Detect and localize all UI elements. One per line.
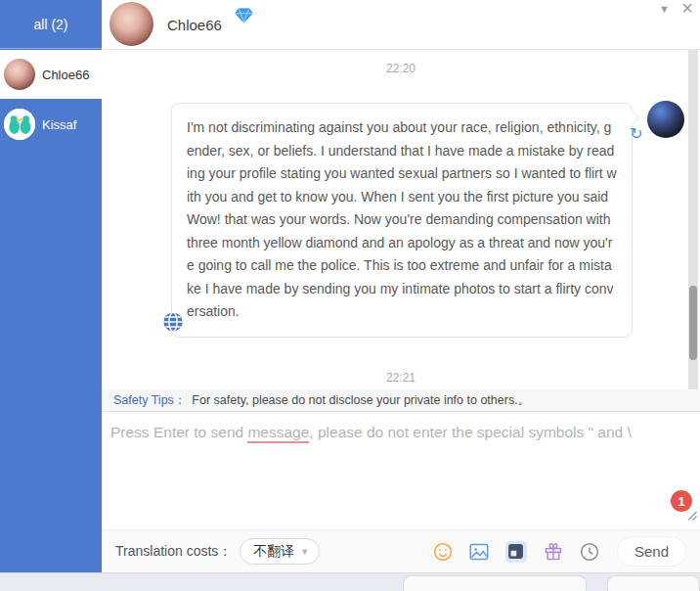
chevron-down-icon: ▼ <box>300 547 309 557</box>
placeholder-part: , please do not enter the special symbol… <box>309 424 631 440</box>
translate-globe-icon[interactable] <box>162 311 184 333</box>
timestamp: 22:20 <box>102 62 700 75</box>
composer-toolbar: Translation costs： 不翻译 ▼ <box>102 529 700 572</box>
contact-avatar[interactable] <box>109 2 153 46</box>
screenshot-icon[interactable] <box>505 541 527 563</box>
bubble-tail <box>625 111 640 126</box>
timestamp: 22:21 <box>102 371 700 385</box>
safety-tips-label: Safety Tips： <box>113 392 186 409</box>
collapse-window-icon[interactable]: ▼ <box>659 3 670 15</box>
contact-name-title: Chloe66 <box>167 17 222 33</box>
contact-avatar <box>4 109 35 140</box>
safety-tips-bar: Safety Tips： For safety, please do not d… <box>102 389 700 412</box>
send-button[interactable]: Send <box>617 536 686 567</box>
safety-tips-text: For safety, please do not disclose your … <box>192 392 530 409</box>
page-background-strip <box>0 572 700 591</box>
contact-name: Kissaf <box>42 117 76 132</box>
chat-window: all (2) Chloe66 Kissaf Chloe66 <box>0 0 700 591</box>
tab-all-label: all (2) <box>33 17 67 32</box>
placeholder-underlined-word: message <box>247 424 309 443</box>
close-icon[interactable]: × <box>681 0 693 20</box>
conversation-sidebar: all (2) Chloe66 Kissaf <box>0 0 102 572</box>
emoji-icon[interactable] <box>433 542 453 562</box>
placeholder-part: Press Enter to send <box>110 424 247 440</box>
translation-dropdown[interactable]: 不翻译 ▼ <box>240 538 320 565</box>
message-input[interactable]: Press Enter to send message, please do n… <box>102 412 700 529</box>
chat-header: Chloe66 ▼ × <box>102 0 700 50</box>
resize-handle-icon[interactable] <box>685 507 697 524</box>
background-card <box>403 575 587 591</box>
contact-name: Chloe66 <box>42 68 89 82</box>
translation-selected-value: 不翻译 <box>253 543 294 561</box>
gift-icon[interactable] <box>544 542 563 562</box>
contact-avatar <box>4 59 35 90</box>
message-text: I'm not discriminating against you about… <box>187 119 617 319</box>
own-avatar[interactable] <box>647 101 684 138</box>
message-bubble: I'm not discriminating against you about… <box>171 103 633 338</box>
kissing-birds-logo-icon <box>4 109 35 140</box>
scrollbar-track[interactable] <box>688 50 698 389</box>
sidebar-item-chloe66[interactable]: Chloe66 <box>0 50 102 99</box>
background-card <box>607 575 700 591</box>
scrollbar-thumb[interactable] <box>689 286 697 360</box>
sidebar-item-kissaf[interactable]: Kissaf <box>0 100 102 149</box>
tab-all-conversations[interactable]: all (2) <box>0 0 102 49</box>
message-list[interactable]: 22:20 I'm not discriminating against you… <box>102 50 700 389</box>
translation-costs-label: Translation costs： <box>115 543 232 561</box>
resend-icon[interactable]: ↺ <box>630 124 642 143</box>
history-clock-icon[interactable] <box>580 542 599 562</box>
input-placeholder: Press Enter to send message, please do n… <box>110 424 632 441</box>
image-icon[interactable] <box>469 542 489 562</box>
diamond-icon <box>235 8 253 27</box>
